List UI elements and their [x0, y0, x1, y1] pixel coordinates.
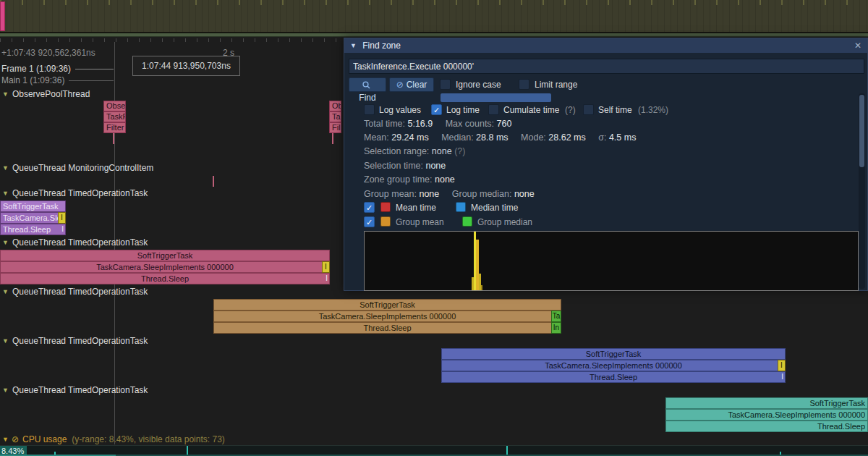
window-scrollbar[interactable] — [859, 93, 865, 289]
zone-bar[interactable]: SoftTriggerTask — [213, 299, 561, 311]
limit-range-label: Limit range — [535, 80, 577, 90]
log-values-checkbox[interactable] — [364, 104, 375, 115]
clear-button[interactable]: ⊘Clear — [389, 77, 434, 92]
mean-median-checkbox[interactable]: ✓ — [364, 202, 375, 213]
main-frame-label: Main 1 (1:09:36) — [1, 75, 64, 85]
histogram-bars — [365, 232, 858, 290]
zone-end-label: I — [56, 224, 64, 235]
zone-bar[interactable]: TaskCamera.SleepImplements 000000 — [441, 360, 786, 371]
group-mean-median-checkbox[interactable]: ✓ — [364, 216, 375, 227]
zone-bar[interactable]: SoftTriggerTask — [665, 397, 868, 409]
zone-group-purple[interactable]: SoftTriggerTask TaskCamera.SleepImpl Thr… — [0, 200, 66, 235]
stat-mean-median: Mean: 29.24 ms Median: 28.8 ms Mode: 28.… — [364, 132, 636, 143]
find-button[interactable]: Find — [349, 77, 386, 92]
group-median-label: Group median — [477, 217, 532, 227]
zone-marker[interactable]: In — [551, 322, 561, 334]
timeline-time-label: +1:07:43 920,562,361ns — [1, 48, 95, 58]
zone-bar[interactable]: TaskCamera.SleepImplements 000000 — [0, 261, 330, 273]
check-icon: ✓ — [433, 106, 440, 114]
zone-group-teal[interactable]: SoftTriggerTask TaskCamera.SleepImplemen… — [665, 397, 868, 432]
timeline-ruler — [0, 38, 343, 42]
zone-end-label: I — [776, 371, 783, 383]
zone-tick[interactable] — [113, 133, 114, 144]
zone-bar[interactable]: Thread.Sleep — [0, 273, 330, 284]
thread-header-timedop-1[interactable]: ▼QueueThread TimedOperationTask — [2, 188, 148, 198]
cumulate-time-label: Cumulate time — [503, 105, 559, 115]
ignore-case-label: Ignore case — [456, 80, 501, 90]
collapsed-header-partial[interactable] — [441, 93, 551, 102]
zone-group-indigo[interactable]: SoftTriggerTask TaskCamera.SleepImplemen… — [441, 348, 786, 383]
group-median-swatch[interactable] — [462, 216, 472, 227]
thread-header-timedop-2[interactable]: ▼QueueThread TimedOperationTask — [2, 237, 148, 248]
group-mean-swatch[interactable] — [380, 216, 391, 227]
log-values-label: Log values — [379, 105, 421, 115]
group-mean-label: Group mean — [396, 217, 444, 227]
zone-bar[interactable]: Obse — [103, 101, 126, 111]
zone-bar[interactable]: SoftTriggerTask — [0, 250, 330, 261]
thread-header-observepool[interactable]: ▼ObservePoolThread — [2, 89, 90, 99]
frame-label-line — [75, 69, 114, 69]
stat-group-mean-median: Group mean: none Group median: none — [364, 189, 535, 199]
zone-bar[interactable]: TaskCamera.SleepImpl — [0, 212, 66, 224]
cumulate-time-checkbox[interactable] — [488, 104, 499, 115]
zone-marker[interactable]: I — [778, 360, 786, 371]
self-time-checkbox[interactable] — [583, 104, 594, 115]
close-icon[interactable]: ✕ — [852, 38, 864, 53]
find-zone-window: ▼ Find zone ✕ Find ⊘Clear Ignore case Li… — [344, 38, 868, 291]
zone-bar[interactable]: TaskF — [103, 111, 126, 122]
zone-marker[interactable]: Ta — [551, 311, 561, 322]
zone-time-histogram[interactable] — [364, 231, 859, 291]
mean-time-swatch[interactable] — [380, 202, 391, 212]
thread-header-timedop-3[interactable]: ▼QueueThread TimedOperationTask — [2, 287, 148, 297]
zone-marker[interactable]: I — [58, 212, 66, 224]
collapse-icon[interactable]: ▼ — [350, 42, 357, 49]
zone-bar[interactable]: TaskCamera.SleepImplements 000000 — [665, 409, 868, 421]
stat-zone-group-time: Zone group time: none — [364, 174, 455, 185]
median-time-swatch[interactable] — [456, 202, 466, 212]
scrollbar-thumb[interactable] — [859, 95, 864, 167]
log-time-label: Log time — [446, 105, 480, 115]
zone-end-label: I — [320, 273, 328, 284]
ignore-case-checkbox[interactable] — [440, 79, 451, 90]
zone-bar[interactable]: Filter — [103, 122, 126, 133]
zone-bar[interactable]: Thread.Sleep — [213, 322, 561, 334]
log-time-checkbox[interactable]: ✓ — [431, 104, 442, 115]
zone-tick[interactable] — [332, 133, 333, 144]
zone-tick-monitoring[interactable] — [213, 176, 214, 187]
thread-header-monitoring[interactable]: ▼QueueThread MonitoringControlItem — [2, 163, 153, 173]
zone-bar[interactable]: SoftTriggerTask — [441, 348, 786, 360]
frame-overview-strip[interactable] — [0, 0, 868, 32]
frame-band — [0, 33, 868, 37]
limit-range-checkbox[interactable] — [519, 79, 529, 90]
zone-marker[interactable]: I — [322, 261, 330, 273]
zone-bar[interactable]: Thread.Sleep — [441, 371, 786, 383]
zone-bar[interactable]: SoftTriggerTask — [0, 200, 66, 212]
zone-search-input[interactable] — [349, 59, 864, 74]
stat-selection-range: Selection range: none (?) — [364, 146, 465, 156]
collapse-icon: ▼ — [2, 387, 9, 394]
check-icon: ✓ — [366, 203, 373, 212]
self-time-percent: (1.32%) — [638, 105, 668, 115]
zone-cluster-observe-b[interactable]: Ob Ta Fil — [329, 101, 341, 133]
zone-group-tan[interactable]: SoftTriggerTask TaskCamera.SleepImplemen… — [213, 299, 561, 334]
check-icon: ✓ — [366, 218, 373, 227]
median-time-label: Median time — [471, 203, 518, 213]
cpu-usage-header[interactable]: ▼⊘CPU usage(y-range: 8.43%, visible data… — [2, 434, 225, 444]
thread-header-timedop-4[interactable]: ▼QueueThread TimedOperationTask — [2, 336, 148, 346]
self-time-label: Self time — [598, 105, 632, 115]
zone-bar[interactable]: TaskCamera.SleepImplements 000000 — [213, 311, 561, 322]
zone-bar[interactable]: Ob — [329, 101, 341, 111]
zone-cluster-observe-a[interactable]: Obse TaskF Filter — [103, 101, 126, 133]
zone-group-pink[interactable]: SoftTriggerTask TaskCamera.SleepImplemen… — [0, 250, 330, 284]
thread-header-timedop-5[interactable]: ▼QueueThread TimedOperationTask — [2, 385, 148, 395]
stat-total-time: Total time: 5:16.9 Max counts: 760 — [364, 119, 511, 129]
cpu-usage-plot[interactable]: 8.43% — [0, 445, 868, 456]
zone-bar[interactable]: Thread.Sleep — [665, 421, 868, 432]
window-title: Find zone — [362, 41, 401, 51]
frame-overview-selection[interactable] — [0, 1, 5, 31]
find-zone-titlebar[interactable]: ▼ Find zone — [344, 38, 867, 53]
zone-bar[interactable]: Fil — [329, 122, 341, 133]
zone-bar[interactable]: Ta — [329, 111, 341, 122]
mean-time-label: Mean time — [396, 203, 436, 213]
collapse-icon: ▼ — [2, 164, 9, 172]
